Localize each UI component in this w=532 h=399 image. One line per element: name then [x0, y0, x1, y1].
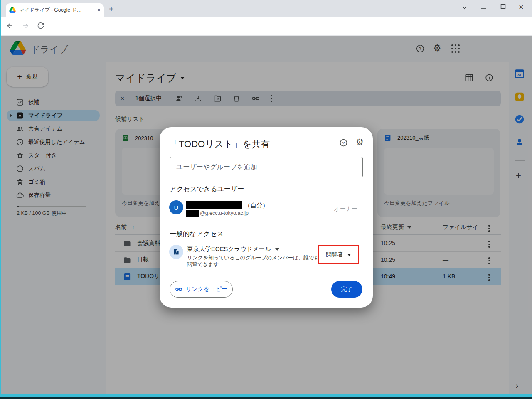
- owner-self-label: （自分）: [244, 202, 268, 209]
- owner-avatar: U: [169, 200, 183, 214]
- copy-link-button[interactable]: リンクをコピー: [170, 281, 233, 298]
- redacted-email-prefix: [186, 210, 199, 217]
- owner-email-domain: @g.ecc.u-tokyo.ac.jp: [200, 210, 249, 216]
- copy-link-label: リンクをコピー: [186, 286, 227, 293]
- group-access-description: リンクを知っているこのグループのメンバーは、誰でも閲覧できます: [187, 254, 321, 268]
- reload-icon[interactable]: [37, 22, 45, 30]
- new-tab-button[interactable]: +: [109, 5, 114, 13]
- window-minimize-button[interactable]: [480, 6, 486, 10]
- taskbar-edge: [0, 397, 532, 399]
- tab-title: マイドライブ - Google ドライブ: [19, 7, 86, 14]
- chevron-down-icon: [347, 254, 351, 256]
- window-maximize-button[interactable]: [500, 4, 506, 9]
- forward-icon[interactable]: [21, 22, 30, 30]
- add-people-input[interactable]: [170, 157, 363, 177]
- done-button[interactable]: 完了: [331, 281, 362, 298]
- organization-circle: [169, 245, 183, 259]
- tab-close-icon[interactable]: ×: [97, 7, 101, 13]
- link-icon: [175, 286, 182, 293]
- back-icon[interactable]: [6, 22, 14, 30]
- role-dropdown-highlighted[interactable]: 閲覧者: [318, 245, 359, 264]
- redacted-owner-name: [186, 201, 242, 209]
- share-dialog-title: 「TODOリスト」を共有: [170, 138, 270, 150]
- share-dialog: 「TODOリスト」を共有 ? ⚙ アクセスできるユーザー U （自分） @g.e…: [160, 127, 373, 308]
- browser-tab-strip: マイドライブ - Google ドライブ × + ×: [0, 0, 532, 17]
- access-section-label: アクセスできるユーザー: [170, 185, 244, 194]
- group-access-row[interactable]: 東京大学ECCSクラウドメール: [187, 245, 279, 253]
- group-name: 東京大学ECCSクラウドメール: [187, 245, 271, 253]
- role-value: 閲覧者: [326, 251, 343, 259]
- dialog-help-icon[interactable]: ?: [339, 138, 348, 147]
- drive-favicon: [9, 7, 16, 13]
- dialog-settings-gear-icon[interactable]: ⚙: [356, 137, 364, 147]
- tab-search-chevron-icon[interactable]: [461, 5, 468, 11]
- chevron-down-icon: [275, 248, 279, 251]
- browser-toolbar: drive.google.com/drive/my-drive U: [0, 17, 532, 36]
- screen-share-border-left: [0, 0, 1, 399]
- owner-role-label: オーナー: [334, 205, 357, 213]
- building-icon: [172, 248, 180, 256]
- general-access-label: 一般的なアクセス: [170, 230, 224, 239]
- svg-text:?: ?: [342, 140, 345, 145]
- app-window: マイドライブ - Google ドライブ × + × drive.googl: [0, 0, 532, 399]
- browser-tab[interactable]: マイドライブ - Google ドライブ ×: [6, 3, 104, 17]
- window-close-button[interactable]: ×: [519, 2, 524, 12]
